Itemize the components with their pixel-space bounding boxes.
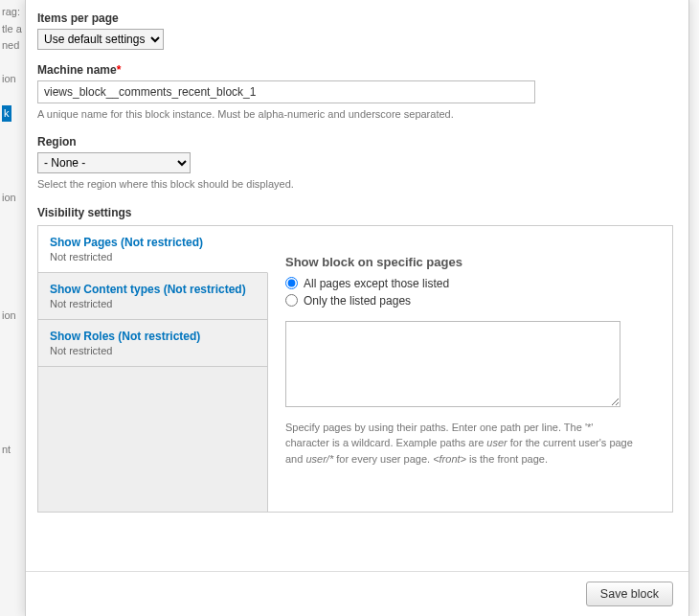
machine-name-label: Machine name* [37, 63, 673, 77]
modal-body: Items per page Use default settings Mach… [26, 0, 688, 571]
tab-roles-sub: Not restricted [50, 345, 256, 356]
radio-all-except-input[interactable] [285, 277, 298, 289]
region-field: Region - None - Select the region where … [37, 135, 673, 192]
region-select[interactable]: - None - [37, 152, 191, 173]
modal-footer: Save block [26, 571, 688, 616]
tab-pages-title: Show Pages (Not restricted) [50, 236, 256, 249]
visibility-tabs-list: Show Pages (Not restricted) Not restrict… [38, 226, 268, 512]
block-config-modal: Items per page Use default settings Mach… [25, 0, 689, 616]
region-label: Region [37, 135, 673, 148]
visibility-pane: Show block on specific pages All pages e… [268, 226, 672, 512]
pages-textarea[interactable] [285, 321, 620, 407]
items-per-page-field: Items per page Use default settings [37, 11, 673, 50]
tab-filler [38, 367, 267, 512]
items-per-page-label: Items per page [37, 11, 673, 25]
tab-roles[interactable]: Show Roles (Not restricted) Not restrict… [38, 320, 267, 367]
machine-name-field: Machine name* A unique name for this blo… [37, 63, 673, 122]
items-per-page-select[interactable]: Use default settings [37, 29, 164, 50]
visibility-tabs-wrapper: Show Pages (Not restricted) Not restrict… [37, 225, 673, 513]
pages-help-text: Specify pages by using their paths. Ente… [285, 420, 640, 468]
region-description: Select the region where this block shoul… [37, 177, 673, 192]
radio-only-listed-input[interactable] [285, 294, 298, 307]
background-left-strip: rag:tle aned ion k ion ion nt [0, 0, 25, 616]
tab-content-types-title: Show Content types (Not restricted) [50, 283, 256, 296]
machine-name-input[interactable] [37, 80, 535, 103]
required-marker: * [117, 63, 122, 77]
visibility-title: Visibility settings [37, 206, 673, 219]
tab-content-types[interactable]: Show Content types (Not restricted) Not … [38, 273, 267, 320]
radio-only-listed[interactable]: Only the listed pages [285, 294, 655, 308]
tab-roles-title: Show Roles (Not restricted) [50, 330, 256, 343]
pane-title: Show block on specific pages [285, 255, 655, 269]
radio-all-except[interactable]: All pages except those listed [285, 277, 655, 290]
machine-name-description: A unique name for this block instance. M… [37, 107, 673, 122]
save-button[interactable]: Save block [586, 582, 673, 606]
tab-content-types-sub: Not restricted [50, 298, 256, 309]
background-right-strip [689, 0, 699, 616]
tab-pages-sub: Not restricted [50, 251, 256, 262]
tab-pages[interactable]: Show Pages (Not restricted) Not restrict… [38, 226, 268, 273]
